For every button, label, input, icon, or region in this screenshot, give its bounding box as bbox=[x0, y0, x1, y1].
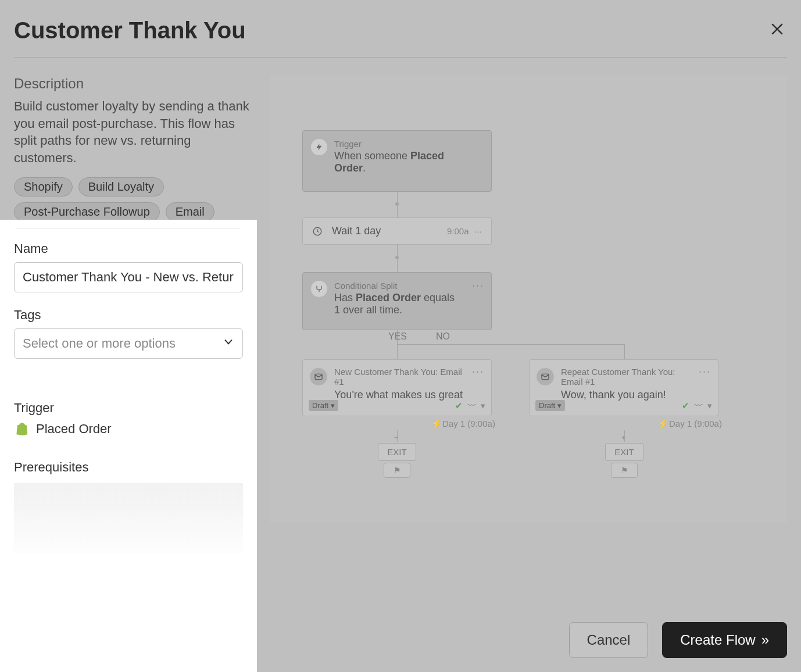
email-left-title: New Customer Thank You: Email #1 bbox=[334, 367, 464, 387]
node-wait[interactable]: Wait 1 day 9:00a ··· bbox=[302, 217, 492, 245]
node-type-split: Conditional Split bbox=[334, 281, 462, 291]
activity-icon: 〰 bbox=[467, 401, 476, 411]
email-left-day: ⚡Day 1 (9:00a) bbox=[431, 419, 495, 429]
cancel-button[interactable]: Cancel bbox=[569, 622, 649, 658]
email-right-day: ⚡Day 1 (9:00a) bbox=[658, 419, 722, 429]
caret-down-icon: ▾ bbox=[331, 401, 335, 410]
filter-icon: ▾ bbox=[707, 401, 712, 411]
node-conditional-split[interactable]: Conditional Split Has Placed Order equal… bbox=[302, 272, 492, 330]
add-step-icon[interactable]: + bbox=[394, 434, 400, 439]
branch-yes-label: YES bbox=[388, 331, 407, 342]
email-icon bbox=[537, 368, 554, 385]
clock-icon bbox=[310, 224, 325, 239]
more-icon[interactable]: ··· bbox=[474, 226, 482, 236]
tag-email[interactable]: Email bbox=[166, 202, 214, 221]
node-trigger[interactable]: Trigger When someone Placed Order. bbox=[302, 130, 492, 192]
prerequisites-placeholder bbox=[14, 483, 243, 553]
more-icon[interactable]: ··· bbox=[699, 366, 711, 378]
status-badge: Draft▾ bbox=[309, 400, 338, 411]
chevron-down-icon bbox=[223, 336, 234, 351]
filter-icon: ▾ bbox=[481, 401, 485, 411]
add-step-icon[interactable]: + bbox=[621, 434, 627, 439]
tag-post-purchase[interactable]: Post-Purchase Followup bbox=[14, 202, 160, 221]
flag-icon: ⚑ bbox=[621, 466, 628, 475]
status-badge: Draft▾ bbox=[535, 400, 565, 411]
exit-pill-right[interactable]: EXIT bbox=[605, 443, 643, 461]
tag-build-loyalty[interactable]: Build Loyalty bbox=[78, 177, 164, 196]
name-label: Name bbox=[14, 241, 243, 256]
route-pill-right[interactable]: ⚑ bbox=[611, 463, 638, 478]
exit-pill-left[interactable]: EXIT bbox=[378, 443, 416, 461]
bolt-icon bbox=[311, 139, 327, 155]
email-icon bbox=[310, 368, 327, 385]
chevron-right-icon: » bbox=[761, 632, 769, 648]
trigger-text: When someone Placed Order. bbox=[334, 150, 462, 174]
create-flow-button[interactable]: Create Flow » bbox=[662, 622, 787, 658]
form-panel: Name Tags Select one or more options Tri… bbox=[0, 220, 257, 672]
wait-time: 9:00a bbox=[447, 226, 469, 236]
panel-divider bbox=[16, 228, 241, 228]
header-divider bbox=[14, 57, 787, 58]
connector-dot bbox=[395, 256, 399, 259]
flow-canvas[interactable]: Trigger When someone Placed Order. Wait … bbox=[270, 76, 787, 523]
email-right-title: Repeat Customer Thank You: Email #1 bbox=[561, 367, 691, 387]
tags-select[interactable]: Select one or more options bbox=[14, 328, 243, 359]
email-left-subject: You're what makes us great bbox=[334, 389, 464, 401]
close-icon bbox=[770, 21, 785, 40]
email-right-subject: Wow, thank you again! bbox=[561, 389, 691, 401]
more-icon[interactable]: ··· bbox=[472, 366, 484, 378]
route-pill-left[interactable]: ⚑ bbox=[384, 463, 410, 478]
node-email-repeat-customer[interactable]: Repeat Customer Thank You: Email #1 Wow,… bbox=[529, 359, 718, 416]
close-button[interactable] bbox=[767, 19, 787, 43]
node-type-trigger: Trigger bbox=[334, 139, 462, 149]
bolt-icon: ⚡ bbox=[658, 419, 669, 428]
check-icon: ✔ bbox=[682, 401, 689, 411]
connector bbox=[624, 344, 625, 359]
activity-icon: 〰 bbox=[694, 401, 703, 411]
caret-down-icon: ▾ bbox=[557, 401, 562, 410]
description-body: Build customer loyalty by sending a than… bbox=[14, 98, 251, 167]
flag-icon: ⚑ bbox=[394, 466, 401, 475]
name-input[interactable] bbox=[14, 262, 243, 292]
connector bbox=[397, 344, 398, 359]
bolt-icon: ⚡ bbox=[431, 419, 442, 428]
tags-placeholder: Select one or more options bbox=[23, 336, 176, 351]
branch-no-label: NO bbox=[436, 331, 450, 342]
description-label: Description bbox=[14, 76, 251, 92]
check-icon: ✔ bbox=[455, 401, 463, 411]
shopify-icon bbox=[14, 421, 29, 437]
prerequisites-label: Prerequisites bbox=[14, 460, 243, 475]
trigger-section-label: Trigger bbox=[14, 401, 243, 416]
tags-label: Tags bbox=[14, 308, 243, 323]
node-email-new-customer[interactable]: New Customer Thank You: Email #1 You're … bbox=[302, 359, 492, 416]
split-text: Has Placed Order equals 1 over all time. bbox=[334, 292, 462, 316]
more-icon[interactable]: ··· bbox=[472, 280, 484, 292]
split-icon bbox=[311, 281, 327, 297]
connector-dot bbox=[395, 202, 399, 206]
trigger-value: Placed Order bbox=[36, 421, 112, 437]
wait-text: Wait 1 day bbox=[332, 225, 381, 237]
page-title: Customer Thank You bbox=[14, 17, 246, 44]
connector bbox=[397, 344, 624, 345]
tag-shopify[interactable]: Shopify bbox=[14, 177, 73, 196]
